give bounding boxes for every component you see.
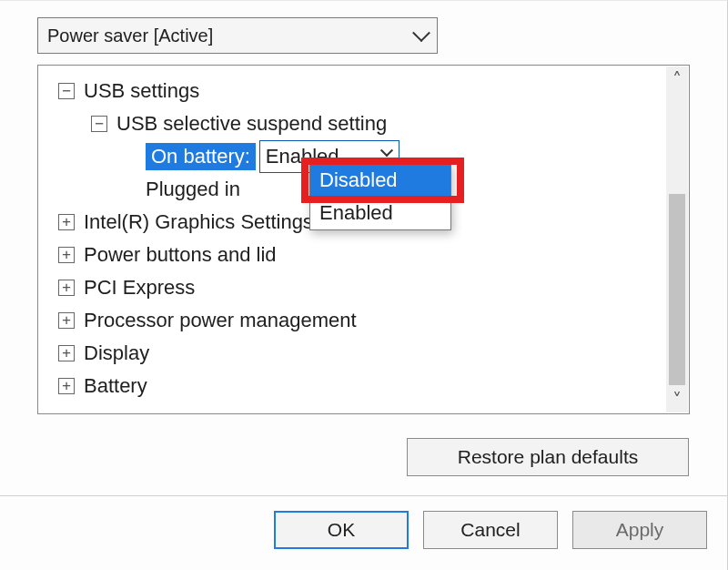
tree-node-usb-selective-suspend[interactable]: − USB selective suspend setting: [38, 107, 689, 140]
tree-label: Battery: [84, 374, 147, 398]
chevron-down-icon: [415, 25, 428, 46]
expand-icon[interactable]: +: [58, 280, 75, 296]
option-label: Enabled: [319, 201, 393, 225]
tree-label: PCI Express: [84, 276, 195, 300]
tree-node-battery[interactable]: + Battery: [38, 370, 689, 402]
divider: [0, 495, 727, 496]
tree-node-pci-express[interactable]: + PCI Express: [38, 271, 689, 304]
expand-icon[interactable]: +: [58, 378, 75, 394]
tree-node-usb-settings[interactable]: − USB settings: [38, 75, 689, 107]
setting-label: Plugged in: [146, 178, 240, 201]
collapse-icon[interactable]: −: [58, 83, 75, 99]
tree-label: Power buttons and lid: [84, 243, 277, 267]
tree-node-power-buttons-lid[interactable]: + Power buttons and lid: [38, 239, 689, 271]
cancel-button[interactable]: Cancel: [423, 511, 558, 549]
tree-label: USB settings: [84, 79, 199, 103]
tree-label: USB selective suspend setting: [116, 112, 387, 136]
value-dropdown[interactable]: Disabled Enabled: [309, 163, 451, 230]
expand-icon[interactable]: +: [58, 214, 75, 230]
button-label: Apply: [616, 519, 664, 541]
expand-icon[interactable]: +: [58, 345, 75, 361]
button-label: Cancel: [460, 519, 520, 541]
scroll-up-arrow-icon[interactable]: ˄: [666, 66, 688, 92]
scrollbar[interactable]: ˄ ˅: [666, 66, 688, 412]
dropdown-option-enabled[interactable]: Enabled: [310, 197, 450, 229]
button-label: Restore plan defaults: [458, 446, 638, 468]
apply-button[interactable]: Apply: [572, 511, 707, 549]
power-plan-combo[interactable]: Power saver [Active]: [37, 17, 438, 54]
dropdown-option-disabled[interactable]: Disabled: [310, 164, 450, 197]
option-label: Disabled: [319, 168, 398, 192]
scroll-thumb[interactable]: [669, 194, 685, 385]
settings-tree: − USB settings − USB selective suspend s…: [37, 65, 690, 414]
tree-node-processor-power[interactable]: + Processor power management: [38, 304, 689, 337]
setting-label: On battery:: [146, 143, 256, 170]
scroll-down-arrow-icon[interactable]: ˅: [666, 387, 688, 412]
tree-label: Display: [84, 341, 149, 365]
power-plan-value: Power saver [Active]: [47, 25, 213, 46]
tree-node-display[interactable]: + Display: [38, 337, 689, 370]
tree-label: Processor power management: [84, 309, 357, 332]
expand-icon[interactable]: +: [58, 312, 75, 329]
expand-icon[interactable]: +: [58, 247, 75, 263]
tree-label: Intel(R) Graphics Settings: [84, 210, 313, 234]
collapse-icon[interactable]: −: [91, 116, 107, 132]
button-label: OK: [328, 519, 355, 541]
power-options-dialog: Power saver [Active] − USB settings − US…: [0, 0, 728, 570]
restore-defaults-button[interactable]: Restore plan defaults: [407, 438, 689, 476]
ok-button[interactable]: OK: [274, 511, 409, 549]
chevron-down-icon: [380, 144, 393, 157]
